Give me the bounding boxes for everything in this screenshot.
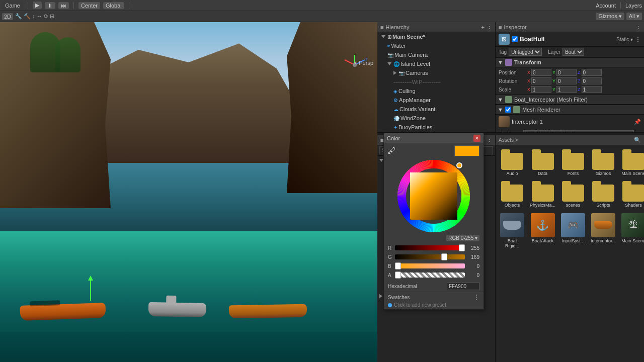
gizmos-folder-asset[interactable]: Gizmos	[589, 148, 618, 178]
all-dropdown[interactable]: All ▾	[626, 13, 642, 20]
g-slider-thumb[interactable]	[441, 253, 447, 260]
hierarchy-item[interactable]: 🌐 Island Level	[377, 59, 495, 68]
z-label: Z	[578, 78, 581, 83]
gizmos-dropdown[interactable]: Gizmos ▾	[596, 13, 624, 20]
swatches-menu[interactable]: ⋮	[473, 294, 479, 301]
hex-input[interactable]	[447, 282, 479, 290]
pos-y-input[interactable]	[556, 69, 577, 76]
mesh-renderer-checkbox[interactable]	[505, 107, 511, 113]
color-wheel-container[interactable]	[396, 158, 471, 234]
r-slider-thumb[interactable]	[459, 244, 465, 251]
shaders-folder-asset[interactable]: Shaders	[619, 179, 644, 210]
hierarchy-item-culling[interactable]: ◈ Culling	[377, 86, 495, 96]
play-button[interactable]: ▶	[33, 2, 42, 9]
interceptor-asset[interactable]: Interceptor...	[589, 211, 618, 250]
global-toggle[interactable]: Global	[103, 2, 124, 9]
r-value: 255	[467, 245, 479, 251]
game-label[interactable]: Game	[2, 2, 23, 10]
mode-2d[interactable]: 2D	[2, 13, 13, 20]
a-slider-thumb[interactable]	[395, 272, 401, 279]
hierarchy-item[interactable]: 📷 Cameras	[377, 68, 495, 77]
rot-z-input[interactable]	[582, 77, 602, 84]
options-button[interactable]: ⋮	[635, 36, 641, 43]
scale-y-input[interactable]	[556, 86, 577, 93]
pos-x-input[interactable]	[531, 69, 551, 76]
add-swatch-label[interactable]: Click to add new preset	[394, 302, 446, 308]
transform-header[interactable]: ▼ Transform	[496, 57, 644, 67]
shader-options[interactable]: ⋮	[636, 131, 641, 132]
item-label: Culling	[398, 88, 416, 94]
scene-view[interactable]: Z < Persp	[0, 22, 377, 362]
layers-button[interactable]: Layers	[625, 3, 642, 9]
scale-x-input[interactable]	[531, 86, 551, 93]
object-active-checkbox[interactable]	[512, 36, 518, 42]
a-slider-track[interactable]	[395, 273, 465, 278]
rot-y-input[interactable]	[556, 77, 577, 84]
hierarchy-item[interactable]: ----------WIP----------	[377, 77, 495, 86]
object-name[interactable]: BoatHull	[520, 36, 614, 43]
assets-search-icon[interactable]: 🔍	[634, 137, 641, 143]
physicsma-folder-asset[interactable]: PhysicsMa...	[528, 179, 557, 210]
pos-z-input[interactable]	[582, 69, 602, 76]
hierarchy-more-button[interactable]: ⋮	[487, 24, 492, 30]
layer-label: Layer	[548, 49, 560, 55]
rot-x-input[interactable]	[531, 77, 551, 84]
g-slider-row: G 169	[388, 253, 479, 261]
assets-grid: Audio Data	[496, 145, 644, 253]
step-button[interactable]: ⏭	[58, 2, 69, 9]
y-label: Y	[552, 70, 555, 75]
color-picker-close-button[interactable]: ✕	[473, 135, 480, 142]
project-more-button[interactable]: ⋮	[487, 137, 492, 143]
scenes-folder-asset[interactable]: scenes	[559, 179, 587, 210]
hierarchy-item[interactable]: 💨 WindZone	[377, 114, 495, 123]
r-slider-track[interactable]	[395, 245, 465, 250]
account-button[interactable]: Account	[596, 3, 616, 9]
color-square[interactable]	[410, 172, 457, 220]
boatattack-asset[interactable]: ⚓ BoatAttack	[528, 211, 557, 250]
hierarchy-add-button[interactable]: +	[481, 24, 485, 30]
b-slider-thumb[interactable]	[395, 262, 401, 269]
rgb-mode-selector[interactable]: RGB 0-255 ▾	[446, 235, 479, 241]
material-preview-icon	[499, 116, 510, 127]
a-label: A	[388, 273, 393, 278]
shader-input[interactable]	[523, 130, 634, 132]
expand-icon	[379, 159, 383, 162]
hierarchy-item[interactable]: ⊞ Main Scene*	[377, 32, 495, 41]
fonts-folder-asset[interactable]: Fonts	[559, 148, 587, 178]
hierarchy-item[interactable]: ≈ Water	[377, 41, 495, 50]
tag-dropdown[interactable]: Untagged	[509, 48, 542, 56]
layer-dropdown[interactable]: Boat	[562, 48, 584, 56]
asset-label: Fonts	[568, 171, 579, 176]
b-slider-track[interactable]	[395, 263, 465, 268]
hierarchy-item[interactable]: ⚙ AppManager	[377, 96, 495, 105]
position-label: Position	[499, 70, 526, 75]
center-toggle[interactable]: Center	[78, 2, 100, 9]
hierarchy-item[interactable]: ⬡ Post Processing	[377, 132, 495, 132]
g-label: G	[388, 254, 393, 260]
scripts-folder-asset[interactable]: Scripts	[589, 179, 618, 210]
audio-folder-asset[interactable]: Audio	[498, 148, 526, 178]
inspector-menu-icon: ≡	[499, 24, 502, 30]
data-folder-asset[interactable]: Data	[528, 148, 557, 178]
scale-z-input[interactable]	[582, 86, 602, 93]
item-label: Cameras	[406, 70, 428, 76]
item-icon: 💨	[393, 116, 399, 121]
mesh-filter-header[interactable]: ▼ Boat_Interceptor (Mesh Filter)	[496, 95, 644, 105]
eyedropper-button[interactable]: 🖋	[388, 146, 396, 155]
boat-rigid-asset[interactable]: Boat Rigid...	[498, 211, 526, 250]
material-name: Interceptor 1	[512, 119, 543, 125]
objects-folder-asset[interactable]: Objects	[498, 179, 526, 210]
hierarchy-item[interactable]: ✦ BuoyParticles	[377, 123, 495, 132]
g-slider-track[interactable]	[395, 254, 465, 259]
mainscene-folder-asset[interactable]: Main Scene	[619, 148, 644, 178]
mesh-renderer-header[interactable]: ▼ Mesh Renderer	[496, 105, 644, 115]
hierarchy-item[interactable]: 📷 Main Camera	[377, 50, 495, 59]
item-icon: 📷	[387, 52, 393, 58]
pause-button[interactable]: ⏸	[45, 2, 55, 9]
shader-label: Shader	[499, 131, 521, 132]
mainscene-asset[interactable]: 🏝 Main Scene	[619, 211, 644, 250]
inputsyst-asset[interactable]: 🎮 InputSyst...	[559, 211, 587, 250]
color-preview	[454, 145, 479, 156]
inspector-more-button[interactable]: ⋮	[635, 24, 641, 30]
hierarchy-item[interactable]: ☁ Clouds Variant	[377, 105, 495, 114]
